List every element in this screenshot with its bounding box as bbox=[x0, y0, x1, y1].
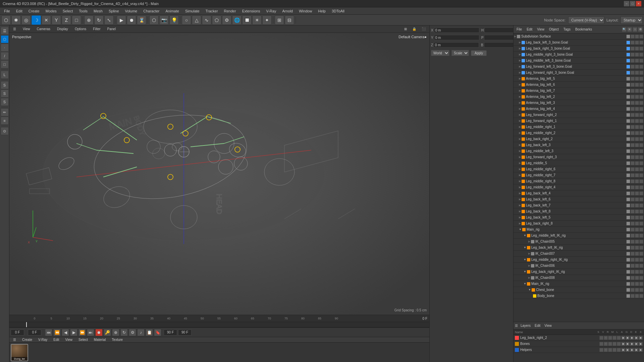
mat-create-menu[interactable]: Create bbox=[20, 337, 35, 342]
tree-icon-small[interactable] bbox=[631, 83, 635, 87]
tree-icon-small[interactable] bbox=[635, 173, 639, 177]
tree-icon-small[interactable] bbox=[639, 167, 643, 171]
tree-icon-small[interactable] bbox=[639, 264, 643, 268]
tree-item[interactable]: ▶Antenna_big_left_5 bbox=[514, 76, 644, 82]
viewport-display-menu[interactable]: Display bbox=[55, 26, 70, 32]
mat-select-menu[interactable]: Select bbox=[76, 337, 90, 342]
layers-edit-menu[interactable]: Edit bbox=[535, 324, 540, 327]
menu-item-animate[interactable]: Animate bbox=[163, 8, 182, 14]
minimize-button[interactable]: – bbox=[624, 1, 629, 6]
pb-goto-end[interactable]: ⏭ bbox=[87, 329, 94, 336]
tree-icon-small[interactable] bbox=[631, 137, 635, 141]
tree-icon-small[interactable] bbox=[626, 234, 630, 238]
tree-icon-small[interactable] bbox=[626, 53, 630, 57]
tree-item[interactable]: ▶Leg_forward_right_2 bbox=[514, 112, 644, 118]
tree-icon-small[interactable] bbox=[635, 246, 639, 250]
pb-autokey[interactable]: 🔑 bbox=[104, 329, 111, 336]
layer-h-m[interactable] bbox=[612, 348, 616, 352]
pb-goto-start[interactable]: ⏮ bbox=[45, 329, 52, 336]
tree-item[interactable]: ▼Leg_middle_right_IK_rig bbox=[514, 257, 644, 263]
tree-icon-small[interactable] bbox=[631, 288, 635, 292]
tree-icon-small[interactable] bbox=[639, 125, 643, 129]
pb-next-frame[interactable]: ⏩ bbox=[78, 329, 86, 336]
tree-icon-small[interactable] bbox=[639, 216, 643, 220]
layer-row-bones[interactable]: Bones · ▶ ▶ ▶ ▶ ▶ bbox=[514, 341, 644, 347]
tree-icon-small[interactable] bbox=[635, 77, 639, 81]
tree-icon-small[interactable] bbox=[631, 47, 635, 51]
layer-x-icon[interactable]: ▶ bbox=[639, 336, 643, 340]
tree-icon-small[interactable] bbox=[626, 113, 630, 117]
tree-icon-small[interactable] bbox=[626, 288, 630, 292]
tree-icon-small[interactable] bbox=[626, 47, 630, 51]
tree-icon-small[interactable] bbox=[631, 143, 635, 147]
tree-icon-small[interactable] bbox=[639, 258, 643, 262]
tree-icon-small[interactable] bbox=[631, 161, 635, 165]
mode-z-button[interactable]: Z bbox=[62, 15, 71, 25]
layer-b-x[interactable]: ▶ bbox=[639, 342, 643, 346]
tree-item[interactable]: ▶Leg_middle_right_4 bbox=[514, 184, 644, 190]
tree-icon-small[interactable] bbox=[639, 197, 643, 201]
pb-sound[interactable]: ♪ bbox=[137, 329, 145, 336]
tree-item[interactable]: ▼Leg_middle_left_IK_rig bbox=[514, 233, 644, 239]
tree-icon-small[interactable] bbox=[626, 59, 630, 63]
mat-menu-toggle[interactable]: ☰ bbox=[11, 337, 18, 342]
z-pos-input[interactable] bbox=[434, 42, 479, 48]
menu-item-spline[interactable]: Spline bbox=[106, 8, 122, 14]
tree-icon-small[interactable] bbox=[635, 282, 639, 286]
tree-icon-small[interactable] bbox=[631, 35, 635, 39]
mode-texture-button[interactable]: ◎ bbox=[21, 15, 31, 25]
tree-icon-small[interactable] bbox=[635, 143, 639, 147]
tree-icon-small[interactable] bbox=[639, 89, 643, 93]
tree-icon-small[interactable] bbox=[631, 155, 635, 159]
maximize-button[interactable]: □ bbox=[630, 1, 635, 6]
tool-scale[interactable]: ⤡ bbox=[104, 15, 114, 25]
tree-icon-small[interactable] bbox=[635, 167, 639, 171]
tree-icon-small[interactable] bbox=[639, 149, 643, 153]
tree-icon-small[interactable] bbox=[626, 167, 630, 171]
tree-icon-small[interactable] bbox=[626, 264, 630, 268]
tree-icon-small[interactable] bbox=[635, 71, 639, 75]
tree-icon-small[interactable] bbox=[626, 83, 630, 87]
tree-item[interactable]: ▼Leg_back_left_IK_rig bbox=[514, 245, 644, 251]
layer-b-r[interactable] bbox=[608, 342, 612, 346]
tree-icon-small[interactable] bbox=[626, 294, 630, 298]
tree-icon-small[interactable] bbox=[635, 119, 639, 123]
tree-icon-small[interactable] bbox=[626, 276, 630, 280]
tree-icon-small[interactable] bbox=[635, 47, 639, 51]
world-dropdown[interactable]: World Object bbox=[431, 50, 449, 56]
tree-icon-small[interactable] bbox=[626, 89, 630, 93]
tree-icon-small[interactable] bbox=[626, 95, 630, 99]
tree-icon-small[interactable] bbox=[626, 65, 630, 69]
layer-h-v[interactable]: · bbox=[604, 348, 608, 352]
tree-icon-small[interactable] bbox=[626, 149, 630, 153]
tree-icon-small[interactable] bbox=[635, 65, 639, 69]
tree-item[interactable]: ▶Leg_back_left_6 bbox=[514, 196, 644, 202]
tree-expand-arrow[interactable]: ▼ bbox=[524, 246, 526, 249]
tree-icon-small[interactable] bbox=[631, 101, 635, 105]
node-space-select[interactable]: Current (V-Ray) bbox=[568, 16, 604, 24]
tree-icon-small[interactable] bbox=[639, 282, 643, 286]
tree-expand-arrow[interactable]: ▼ bbox=[524, 282, 526, 285]
tree-item[interactable]: ▶Leg_middle_left_3_bone.Goal bbox=[514, 58, 644, 64]
tree-expand-arrow[interactable]: ▼ bbox=[524, 234, 526, 237]
viewport-cube[interactable]: ⬡ bbox=[149, 15, 159, 25]
tree-item[interactable]: ▶Leg_forward_right_3_bone.Goal bbox=[514, 70, 644, 76]
layer-h-r[interactable] bbox=[608, 348, 612, 352]
tree-icon-small[interactable] bbox=[631, 246, 635, 250]
layer-h-l[interactable] bbox=[617, 348, 621, 352]
tree-expand-arrow[interactable]: ▼ bbox=[524, 270, 526, 273]
tree-icon-small[interactable] bbox=[631, 65, 635, 69]
viewport-icon-fit[interactable]: ⊞ bbox=[402, 26, 409, 32]
tree-icon-small[interactable] bbox=[631, 41, 635, 45]
tree-item[interactable]: ▶Subdivision Surface bbox=[514, 34, 644, 40]
tree-icon-small[interactable] bbox=[626, 252, 630, 256]
tree-item[interactable]: ▶Leg_back_left_3_bone.Goal bbox=[514, 40, 644, 46]
layer-row-helpers[interactable]: Helpers · ▶ ▶ ▶ ▶ ▶ bbox=[514, 347, 644, 353]
layer-b-m[interactable] bbox=[612, 342, 616, 346]
tree-item[interactable]: ▶Leg_middle_right_6 bbox=[514, 166, 644, 172]
tree-icon-small[interactable] bbox=[631, 216, 635, 220]
tree-icon-small[interactable] bbox=[631, 113, 635, 117]
tool-polygons[interactable]: □ bbox=[1, 60, 9, 68]
tree-icon-small[interactable] bbox=[635, 197, 639, 201]
tree-icon-small[interactable] bbox=[626, 216, 630, 220]
